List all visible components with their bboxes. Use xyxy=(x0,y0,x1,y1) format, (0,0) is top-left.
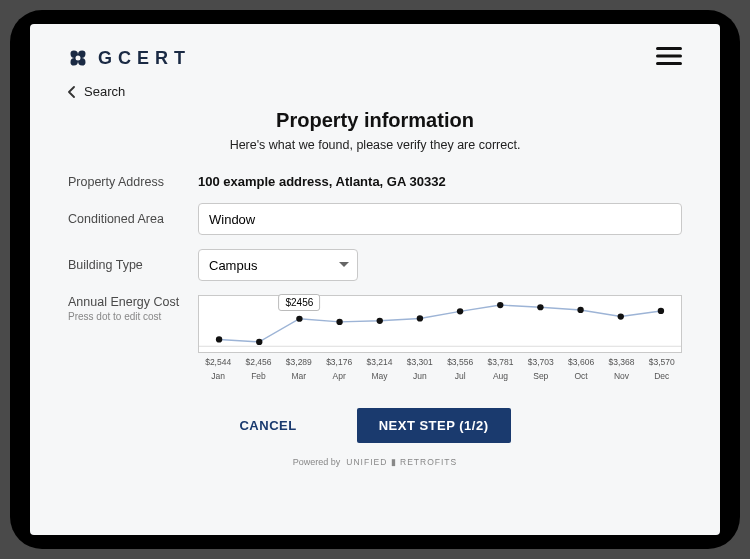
chart-value-label: $3,176 xyxy=(319,357,359,367)
footer-powered: Powered by xyxy=(293,457,341,467)
brand-icon xyxy=(68,48,88,68)
footer-brand: UNIFIED ▮ RETROFITS xyxy=(346,457,457,467)
input-conditioned-area[interactable] xyxy=(198,203,682,235)
chart-category-label: Nov xyxy=(601,371,641,381)
brand-logo: GCERT xyxy=(68,48,191,69)
chart-category-label: Mar xyxy=(279,371,319,381)
energy-chart[interactable]: $2456 $2,544$2,456$3,289$3,176$3,214$3,3… xyxy=(198,295,682,390)
chart-category-label: Apr xyxy=(319,371,359,381)
chart-value-label: $3,289 xyxy=(279,357,319,367)
label-energy: Annual Energy Cost Press dot to edit cos… xyxy=(68,295,198,322)
chart-category-label: Jun xyxy=(400,371,440,381)
chart-value-label: $3,368 xyxy=(601,357,641,367)
chart-tooltip: $2456 xyxy=(279,294,321,311)
footer: Powered by UNIFIED ▮ RETROFITS xyxy=(68,457,682,467)
chart-value-label: $3,570 xyxy=(642,357,682,367)
back-label: Search xyxy=(84,84,125,99)
label-building: Building Type xyxy=(68,258,198,272)
page-title: Property information xyxy=(68,109,682,132)
chart-dot[interactable] xyxy=(417,315,423,321)
chart-value-label: $3,214 xyxy=(359,357,399,367)
chart-category-label: Aug xyxy=(480,371,520,381)
chart-dot[interactable] xyxy=(296,316,302,322)
chart-category-label: Sep xyxy=(521,371,561,381)
svg-rect-2 xyxy=(656,62,682,65)
chart-value-label: $2,456 xyxy=(238,357,278,367)
cancel-button[interactable]: CANCEL xyxy=(239,408,296,443)
back-button[interactable]: Search xyxy=(68,84,682,99)
chart-category-label: Jul xyxy=(440,371,480,381)
chart-value-label: $3,606 xyxy=(561,357,601,367)
chart-dot[interactable] xyxy=(457,308,463,314)
svg-rect-1 xyxy=(656,55,682,58)
chart-dot[interactable] xyxy=(537,304,543,310)
svg-rect-0 xyxy=(656,47,682,50)
chart-dot[interactable] xyxy=(336,319,342,325)
chart-dot[interactable] xyxy=(497,302,503,308)
chart-category-label: Jan xyxy=(198,371,238,381)
chart-dot[interactable] xyxy=(216,336,222,342)
label-address: Property Address xyxy=(68,175,198,189)
menu-button[interactable] xyxy=(656,46,682,70)
chart-value-label: $3,781 xyxy=(480,357,520,367)
chart-value-label: $3,556 xyxy=(440,357,480,367)
chart-dot[interactable] xyxy=(618,313,624,319)
chart-category-label: Dec xyxy=(642,371,682,381)
label-area: Conditioned Area xyxy=(68,212,198,226)
chevron-left-icon xyxy=(68,86,76,98)
chart-value-label: $3,703 xyxy=(521,357,561,367)
chart-value-label: $3,301 xyxy=(400,357,440,367)
page-subtitle: Here's what we found, please verify they… xyxy=(68,138,682,152)
chart-dot[interactable] xyxy=(256,339,262,345)
chart-dot[interactable] xyxy=(377,318,383,324)
label-energy-hint: Press dot to edit cost xyxy=(68,311,198,322)
brand-text: GCERT xyxy=(98,48,191,69)
next-step-button[interactable]: NEXT STEP (1/2) xyxy=(357,408,511,443)
chart-category-label: Oct xyxy=(561,371,601,381)
chart-dot[interactable] xyxy=(658,308,664,314)
value-address: 100 example address, Atlanta, GA 30332 xyxy=(198,174,446,189)
hamburger-icon xyxy=(656,46,682,66)
chart-category-label: May xyxy=(359,371,399,381)
chart-value-label: $2,544 xyxy=(198,357,238,367)
chart-dot[interactable] xyxy=(577,307,583,313)
select-building-type[interactable] xyxy=(198,249,358,281)
chart-category-label: Feb xyxy=(238,371,278,381)
